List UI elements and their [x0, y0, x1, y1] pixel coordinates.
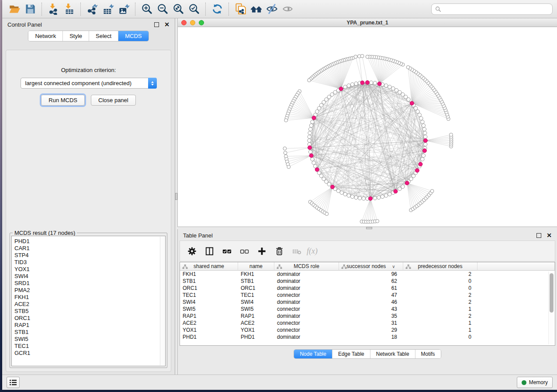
- mcds-result-item[interactable]: PHD1: [14, 238, 165, 245]
- column-header-successor-nodes[interactable]: successor nodes∨: [339, 262, 403, 271]
- table-row[interactable]: YOX1YOX1connector291: [180, 327, 555, 334]
- table-cell: 96: [339, 271, 403, 278]
- tab-mcds[interactable]: MCDS: [118, 31, 148, 41]
- network-from-selection-button[interactable]: [232, 1, 248, 17]
- mcds-result-item[interactable]: ACE2: [14, 301, 165, 308]
- zoom-out-icon: [157, 3, 169, 15]
- tab-style[interactable]: Style: [62, 31, 89, 41]
- zoom-in-button[interactable]: [139, 1, 155, 17]
- table-row[interactable]: RAP1RAP1dominator352: [180, 313, 555, 320]
- table-toolbar: f(x): [180, 241, 555, 261]
- close-panel-button[interactable]: Close panel: [91, 95, 136, 106]
- mcds-result-item[interactable]: STP4: [14, 252, 165, 259]
- first-neighbors-button[interactable]: [248, 1, 264, 17]
- zoom-fit-button[interactable]: [170, 1, 186, 17]
- create-column-button[interactable]: [254, 244, 269, 258]
- float-panel-icon[interactable]: [536, 233, 541, 238]
- mcds-result-item[interactable]: RAP1: [14, 322, 165, 329]
- close-panel-icon[interactable]: ✕: [164, 22, 170, 27]
- table-row[interactable]: STB1STB1dominator620: [180, 278, 555, 285]
- column-header-name[interactable]: name: [238, 262, 274, 271]
- float-panel-icon[interactable]: [154, 22, 159, 27]
- search-input[interactable]: [443, 6, 549, 12]
- refresh-button[interactable]: [209, 1, 225, 17]
- optimization-criterion-select[interactable]: largest connected component (undirected): [21, 78, 157, 89]
- zoom-selected-button[interactable]: [186, 1, 202, 17]
- column-header-predecessor-nodes[interactable]: predecessor nodes: [403, 262, 477, 271]
- table-cell: [477, 278, 555, 285]
- function-builder-icon: f(x): [307, 247, 318, 256]
- table-row[interactable]: SWI4SWI4dominator462: [180, 299, 555, 306]
- network-graph: [178, 27, 557, 227]
- zoom-out-button[interactable]: [155, 1, 170, 17]
- mcds-result-item[interactable]: PMA2: [14, 287, 165, 294]
- table-cell: 1: [403, 306, 477, 313]
- open-file-button[interactable]: [7, 1, 22, 17]
- mcds-result-item[interactable]: FKH1: [14, 294, 165, 301]
- column-type-icon: [341, 264, 347, 269]
- mcds-result-item[interactable]: SRD1: [14, 280, 165, 287]
- export-network-button[interactable]: [84, 1, 100, 17]
- run-mcds-button[interactable]: Run MCDS: [41, 95, 85, 106]
- control-panel-tabs: Network Style Select MCDS: [2, 31, 175, 41]
- tab-node-table[interactable]: Node Table: [294, 350, 332, 358]
- tab-network-table[interactable]: Network Table: [370, 350, 415, 358]
- column-header-shared-name[interactable]: shared name: [180, 262, 238, 271]
- tab-motifs[interactable]: Motifs: [415, 350, 441, 358]
- scrollbar-thumb[interactable]: [550, 273, 554, 313]
- table-cell: [477, 334, 555, 340]
- export-image-button[interactable]: [116, 1, 131, 17]
- deselect-all-button[interactable]: [237, 244, 252, 258]
- column-header-MCDS-role[interactable]: MCDS role: [274, 262, 339, 271]
- table-row[interactable]: FKH1FKH1dominator962: [180, 271, 555, 278]
- table-cell: RAP1: [180, 313, 238, 320]
- task-history-button[interactable]: [7, 377, 20, 388]
- close-panel-icon[interactable]: ✕: [547, 233, 552, 238]
- tab-select[interactable]: Select: [89, 31, 118, 41]
- save-session-button[interactable]: [22, 1, 38, 17]
- table-row[interactable]: ACE2ACE2connector311: [180, 320, 555, 327]
- import-table-button[interactable]: [61, 1, 77, 17]
- table-row[interactable]: SWI5SWI5connector431: [180, 306, 555, 313]
- network-view[interactable]: [178, 27, 557, 227]
- show-columns-button[interactable]: [202, 244, 217, 258]
- mcds-result-item[interactable]: CAR1: [14, 245, 165, 252]
- show-all-button[interactable]: [280, 1, 295, 17]
- tab-edge-table[interactable]: Edge Table: [332, 350, 370, 358]
- table-cell: dominator: [274, 285, 339, 292]
- mcds-result-item[interactable]: YOX1: [14, 266, 165, 273]
- table-row[interactable]: PHD1PHD1dominator180: [180, 334, 555, 340]
- delete-columns-button[interactable]: [272, 244, 287, 258]
- mcds-list-scrollbar[interactable]: [160, 237, 165, 365]
- memory-button[interactable]: Memory: [517, 377, 553, 388]
- mcds-result-item[interactable]: SWI5: [14, 336, 165, 343]
- table-row[interactable]: ORC1ORC1dominator610: [180, 285, 555, 292]
- table-row[interactable]: TEC1TEC1connector472: [180, 292, 555, 299]
- table-cell: 0: [403, 278, 477, 285]
- table-cell: connector: [274, 292, 339, 299]
- import-network-button[interactable]: [45, 1, 61, 17]
- list-icon: [9, 379, 17, 386]
- mcds-result-item[interactable]: GCR1: [14, 350, 165, 357]
- export-table-button[interactable]: [100, 1, 116, 17]
- table-cell: [477, 292, 555, 299]
- table-cell: [477, 306, 555, 313]
- hide-selected-button[interactable]: [264, 1, 280, 17]
- mcds-result-list[interactable]: PHD1CAR1STP4TID3YOX1SWI4SRD1PMA2FKH1ACE2…: [11, 236, 166, 366]
- toolbar-separator: [205, 3, 206, 16]
- mcds-result-item[interactable]: STB1: [14, 329, 165, 336]
- mcds-result-item[interactable]: ORC1: [14, 315, 165, 322]
- export-image-icon: [118, 3, 130, 15]
- select-all-button[interactable]: [219, 244, 234, 258]
- optimization-criterion-label: Optimization criterion:: [6, 67, 171, 73]
- mcds-result-item[interactable]: TEC1: [14, 343, 165, 350]
- table-mode-button[interactable]: [184, 244, 199, 258]
- mcds-result-group: MCDS result (17 nodes) PHD1CAR1STP4TID3Y…: [10, 233, 167, 368]
- mcds-result-item[interactable]: STB5: [14, 308, 165, 315]
- table-cell: SWI4: [180, 299, 238, 306]
- mcds-result-item[interactable]: TID3: [14, 259, 165, 266]
- eye-icon: [282, 3, 294, 15]
- table-scrollbar[interactable]: [548, 272, 554, 344]
- mcds-result-item[interactable]: SWI4: [14, 273, 165, 280]
- tab-network[interactable]: Network: [28, 31, 62, 41]
